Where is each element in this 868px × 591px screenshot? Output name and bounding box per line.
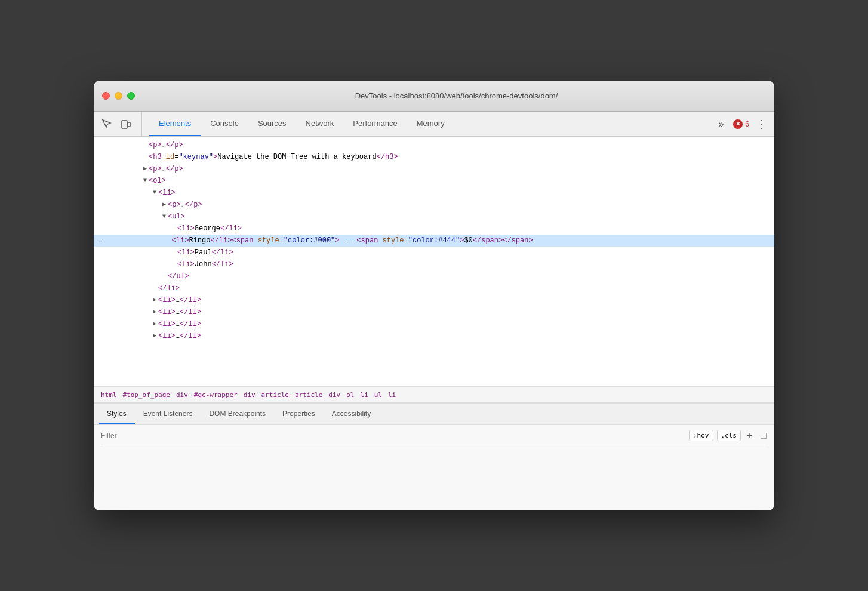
filter-row: :hov .cls +: [101, 430, 767, 445]
inspect-icon[interactable]: [99, 116, 115, 133]
filter-actions: :hov .cls +: [689, 430, 767, 441]
tabs-list: Elements Console Sources Network Perform…: [149, 112, 713, 136]
dom-line-content: </li>: [158, 282, 180, 294]
triangle-closed[interactable]: [151, 318, 158, 330]
breadcrumb-item[interactable]: div: [241, 390, 258, 400]
styles-filter-input[interactable]: [101, 432, 689, 440]
breadcrumb-item[interactable]: #top_of_page: [121, 390, 173, 400]
tab-performance[interactable]: Performance: [343, 112, 407, 136]
dom-tree-line[interactable]: <p>…</p>: [94, 163, 774, 175]
window-title: DevTools - localhost:8080/web/tools/chro…: [147, 91, 766, 100]
breadcrumb-item[interactable]: article: [293, 390, 325, 400]
panel-tab-event-listeners[interactable]: Event Listeners: [135, 404, 201, 424]
breadcrumb-item[interactable]: html: [99, 390, 119, 400]
dom-line-content: <li>…</li>: [158, 330, 201, 342]
tab-sources[interactable]: Sources: [248, 112, 296, 136]
triangle-open[interactable]: [151, 187, 158, 199]
dom-line-content: <li>Paul</li>: [177, 247, 233, 258]
more-tabs-button[interactable]: »: [713, 119, 728, 130]
resize-handle[interactable]: [761, 433, 767, 439]
dom-line-content: <li>John</li>: [177, 258, 233, 270]
dom-tree[interactable]: ▶<p>…</p>▶<h3 id="keynav">Navigate the D…: [94, 137, 774, 386]
bottom-panel: Styles Event Listeners DOM Breakpoints P…: [94, 403, 774, 510]
dom-tree-line[interactable]: <li>…</li>: [94, 294, 774, 306]
title-bar: DevTools - localhost:8080/web/tools/chro…: [94, 81, 774, 112]
triangle-closed[interactable]: [141, 163, 149, 175]
dom-tree-line[interactable]: <li>: [94, 187, 774, 199]
breadcrumb-item[interactable]: div: [326, 390, 343, 400]
dom-tree-line[interactable]: ▶<h3 id="keynav">Navigate the DOM Tree w…: [94, 151, 774, 163]
dom-tree-line[interactable]: ▶<li>Paul</li>: [94, 247, 774, 258]
triangle-closed[interactable]: [161, 199, 168, 211]
svg-rect-0: [122, 121, 127, 128]
error-count: 6: [745, 120, 749, 128]
dom-line-content: <li>Ringo</li><span style="color:#000"> …: [172, 235, 533, 247]
tab-elements[interactable]: Elements: [149, 112, 201, 136]
panel-tab-accessibility[interactable]: Accessibility: [324, 404, 379, 424]
dom-line-content: <p>…</p>: [149, 163, 183, 175]
dom-tree-line[interactable]: <li>…</li>: [94, 330, 774, 342]
maximize-button[interactable]: [127, 92, 135, 100]
close-button[interactable]: [102, 92, 110, 100]
dom-line-content: <li>…</li>: [158, 306, 201, 318]
panel-tab-styles[interactable]: Styles: [99, 404, 135, 424]
error-icon: ✕: [733, 119, 743, 129]
panel-tab-properties[interactable]: Properties: [274, 404, 324, 424]
dom-line-content: <p>…</p>: [168, 199, 202, 211]
triangle-closed[interactable]: [151, 330, 158, 342]
triangle-closed[interactable]: [151, 306, 158, 318]
breadcrumb-item[interactable]: ul: [372, 390, 384, 400]
svg-rect-1: [128, 122, 130, 127]
breadcrumb-item[interactable]: li: [386, 390, 398, 400]
dom-line-content: <li>: [158, 187, 176, 199]
dom-tree-line[interactable]: ▶<li>George</li>: [94, 223, 774, 235]
selected-dots-indicator: …: [99, 235, 103, 247]
traffic-lights: [102, 92, 135, 100]
panel-tabs: Styles Event Listeners DOM Breakpoints P…: [94, 404, 774, 425]
breadcrumb-item[interactable]: article: [259, 390, 291, 400]
tab-console[interactable]: Console: [201, 112, 248, 136]
main-content: ▶<p>…</p>▶<h3 id="keynav">Navigate the D…: [94, 137, 774, 510]
device-toolbar-icon[interactable]: [118, 116, 134, 133]
breadcrumb-bar: html #top_of_page div #gc-wrapper div ar…: [94, 386, 774, 403]
devtools-toolbar: Elements Console Sources Network Perform…: [94, 112, 774, 137]
dom-tree-line[interactable]: <li>…</li>: [94, 306, 774, 318]
dom-tree-line[interactable]: ▶<li>John</li>: [94, 258, 774, 270]
dom-tree-line[interactable]: <li>…</li>: [94, 318, 774, 330]
triangle-open[interactable]: [161, 211, 168, 223]
triangle-closed[interactable]: [151, 294, 158, 306]
toolbar-icons: [99, 112, 142, 136]
breadcrumb-item[interactable]: li: [358, 390, 370, 400]
dom-tree-line[interactable]: <ol>: [94, 175, 774, 187]
dom-line-content: <li>George</li>: [177, 223, 242, 235]
toolbar-right: » ✕ 6 ⋮: [713, 112, 769, 136]
breadcrumb-item[interactable]: div: [174, 390, 190, 400]
minimize-button[interactable]: [115, 92, 122, 100]
tab-network[interactable]: Network: [296, 112, 344, 136]
triangle-open[interactable]: [141, 175, 149, 187]
dom-line-content: <ol>: [149, 175, 166, 187]
menu-button[interactable]: ⋮: [754, 118, 769, 131]
dom-line-content: <h3 id="keynav">Navigate the DOM Tree wi…: [149, 151, 398, 163]
dom-line-content: <ul>: [168, 211, 185, 223]
dom-tree-line[interactable]: <p>…</p>: [94, 199, 774, 211]
dom-tree-line[interactable]: …▶<li>Ringo</li><span style="color:#000"…: [94, 235, 774, 247]
dom-line-content: <li>…</li>: [158, 318, 201, 330]
dom-tree-line[interactable]: ▶<p>…</p>: [94, 139, 774, 151]
dom-tree-line[interactable]: ▶</li>: [94, 282, 774, 294]
dom-line-content: <li>…</li>: [158, 294, 201, 306]
tab-memory[interactable]: Memory: [407, 112, 454, 136]
dom-line-content: </ul>: [168, 270, 189, 282]
breadcrumb-item[interactable]: #gc-wrapper: [192, 390, 240, 400]
error-badge[interactable]: ✕ 6: [733, 119, 749, 129]
dom-tree-line[interactable]: ▶</ul>: [94, 270, 774, 282]
add-rule-button[interactable]: +: [744, 430, 755, 441]
cls-button[interactable]: .cls: [717, 430, 741, 441]
breadcrumb-item[interactable]: ol: [344, 390, 356, 400]
panel-tab-dom-breakpoints[interactable]: DOM Breakpoints: [201, 404, 274, 424]
panel-body: :hov .cls +: [94, 425, 774, 510]
devtools-window: DevTools - localhost:8080/web/tools/chro…: [94, 81, 774, 510]
dom-line-content: <p>…</p>: [149, 139, 183, 151]
dom-tree-line[interactable]: <ul>: [94, 211, 774, 223]
hov-button[interactable]: :hov: [689, 430, 713, 441]
